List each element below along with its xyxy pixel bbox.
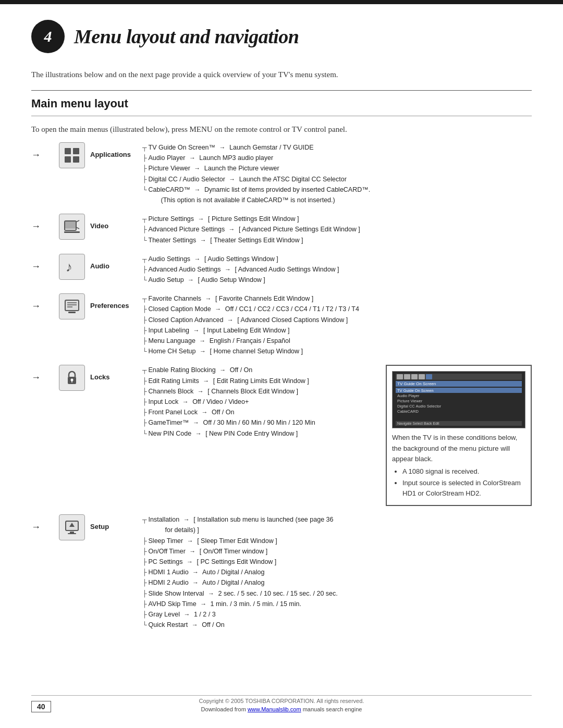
main-content: → Applications ┬TV Guide On Screen™ → La… (0, 142, 563, 638)
list-item: ┬TV Guide On Screen™ → Launch Gemstar / … (142, 142, 532, 153)
icon-setup (60, 514, 90, 540)
arrow-icon-locks: → (31, 372, 41, 383)
setup-icon (59, 514, 85, 540)
svg-rect-1 (73, 148, 79, 154)
list-item: ├Advanced Picture Settings → [ Advanced … (142, 224, 532, 235)
list-item: ┬Audio Settings → [ Audio Settings Windo… (142, 254, 532, 264)
left-arrow-preferences: → (31, 293, 60, 312)
list-item: └New PIN Code → [ New PIN Code Entry Win… (142, 428, 375, 439)
list-item: ├Audio Player → Launch MP3 audio player (142, 153, 532, 163)
footer-link[interactable]: www.Manualslib.com (248, 706, 301, 712)
list-item: ├Closed Caption Advanced → [ Advanced Cl… (142, 315, 532, 325)
label-video: Video (90, 214, 142, 230)
menu-group-applications: → Applications ┬TV Guide On Screen™ → La… (31, 142, 532, 205)
svg-rect-5 (65, 221, 76, 229)
page-footer: Copyright © 2005 TOSHIBA CORPORATION. Al… (0, 695, 563, 712)
list-item: ┬Installation → [ Installation sub menu … (142, 514, 532, 525)
intro-text: The illustrations below and on the next … (0, 64, 563, 90)
chapter-number: 4 (31, 20, 65, 53)
list-item: └for details) ] (142, 525, 532, 535)
items-audio: ┬Audio Settings → [ Audio Settings Windo… (142, 254, 532, 286)
label-applications: Applications (90, 142, 142, 158)
svg-rect-2 (65, 156, 71, 163)
left-arrow-video: → (31, 214, 60, 232)
preferences-icon (59, 293, 85, 319)
label-setup: Setup (90, 514, 142, 530)
list-item: ├Picture Viewer → Launch the Picture vie… (142, 163, 532, 174)
items-applications: ┬TV Guide On Screen™ → Launch Gemstar / … (142, 142, 532, 205)
list-item: └Home CH Setup → [ Home channel Setup Wi… (142, 346, 532, 356)
menu-group-video: → Video ┬Picture Settings → [ Picture (31, 214, 532, 245)
left-arrow-locks: → (31, 365, 60, 383)
svg-rect-3 (73, 156, 79, 163)
list-item: └Theater Settings → [ Theater Settings E… (142, 235, 532, 245)
arrow-icon-applications: → (31, 150, 41, 161)
arrow-icon-setup: → (31, 522, 41, 533)
list-item: ├Edit Rating Limits → [ Edit Rating Limi… (142, 376, 375, 386)
icon-video (60, 214, 90, 240)
tv-preview-description: When the TV is in these conditions below… (392, 433, 525, 499)
list-item: └Audio Setup → [ Audio Setup Window ] (142, 275, 532, 285)
section-divider2 (31, 116, 532, 116)
applications-icon (59, 142, 85, 168)
svg-rect-6 (64, 231, 80, 233)
tv-screen-item: Audio Player (396, 393, 421, 398)
top-bar (0, 0, 563, 4)
svg-rect-10 (65, 300, 79, 311)
list-item: ├PC Settings → [ PC Settings Edit Window… (142, 557, 532, 567)
svg-rect-0 (65, 148, 71, 154)
list-item: ├HDMI 1 Audio → Auto / Digital / Analog (142, 567, 532, 577)
label-preferences: Preferences (90, 293, 142, 310)
items-locks: ┬Enable Rating Blocking → Off / On ├Edit… (142, 365, 375, 438)
menu-group-preferences: → Preferences ┬Favorite Channels → [ (31, 293, 532, 356)
footer-copyright: Copyright © 2005 TOSHIBA CORPORATION. Al… (199, 698, 364, 704)
list-item: ┬Enable Rating Blocking → Off / On (142, 365, 375, 375)
arrow-icon-preferences: → (31, 301, 41, 312)
list-item: ├Channels Block → [ Channels Block Edit … (142, 386, 375, 397)
menu-group-locks: → Locks (31, 365, 375, 438)
tv-screen: TV Guide On Screen TV Guide On Screen Au… (392, 371, 525, 428)
list-item: ├Input Lock → Off / Video / Video+ (142, 397, 375, 407)
list-item: ├Slide Show Interval → 2 sec. / 5 sec. /… (142, 588, 532, 599)
audio-icon: ♪ (59, 254, 85, 280)
list-item: ├Menu Language → English / Français / Es… (142, 336, 532, 346)
list-item: ┬Favorite Channels → [ Favorite Channels… (142, 293, 532, 304)
list-item: ├HDMI 2 Audio → Auto / Digital / Analog (142, 577, 532, 588)
list-item: └(This option is not available if CableC… (142, 195, 532, 205)
items-preferences: ┬Favorite Channels → [ Favorite Channels… (142, 293, 532, 356)
arrow-icon-video: → (31, 221, 41, 232)
footer-download: Downloaded from www.Manualslib.com manua… (201, 706, 362, 712)
chapter-title: Menu layout and navigation (74, 25, 299, 48)
icon-preferences (60, 293, 90, 319)
icon-locks (60, 365, 90, 391)
section-title: Main menu layout (0, 91, 563, 114)
label-audio: Audio (90, 254, 142, 270)
menu-group-setup: → Setup ┬Installation → [ Installatio (31, 514, 532, 630)
section-intro: To open the main menus (illustrated belo… (0, 121, 563, 143)
label-locks: Locks (90, 365, 142, 381)
arrow-icon-audio: → (31, 261, 41, 272)
tv-screen-header: TV Guide On Screen (396, 381, 522, 387)
list-item: ├GameTimer™ → Off / 30 Min / 60 Min / 90… (142, 417, 375, 428)
list-item: ├AVHD Skip Time → 1 min. / 3 min. / 5 mi… (142, 599, 532, 609)
footer-divider (31, 695, 532, 696)
svg-point-16 (71, 379, 74, 381)
locks-icon (59, 365, 85, 391)
svg-line-7 (76, 220, 79, 222)
chapter-header: 4 Menu layout and navigation (0, 4, 563, 64)
items-setup: ┬Installation → [ Installation sub menu … (142, 514, 532, 630)
tv-preview-box: TV Guide On Screen TV Guide On Screen Au… (386, 365, 532, 506)
items-video: ┬Picture Settings → [ Picture Settings E… (142, 214, 532, 245)
list-item: ├Front Panel Lock → Off / On (142, 407, 375, 417)
list-item: ├Sleep Timer → [ Sleep Timer Edit Window… (142, 536, 532, 546)
tv-screen-item: CableCARD (396, 409, 420, 414)
list-item: ├Digital CC / Audio Selector → Launch th… (142, 174, 532, 184)
page-container: 4 Menu layout and navigation The illustr… (0, 0, 563, 728)
left-arrow-audio: → (31, 254, 60, 272)
locks-left: → Locks (31, 365, 375, 438)
tv-preview-bullet1: A 1080 signal is received. (402, 466, 525, 477)
svg-text:♪: ♪ (66, 260, 72, 275)
tv-screen-item: Picture Viewer (396, 398, 424, 403)
list-item: ┬Picture Settings → [ Picture Settings E… (142, 214, 532, 224)
left-arrow-setup: → (31, 514, 60, 533)
